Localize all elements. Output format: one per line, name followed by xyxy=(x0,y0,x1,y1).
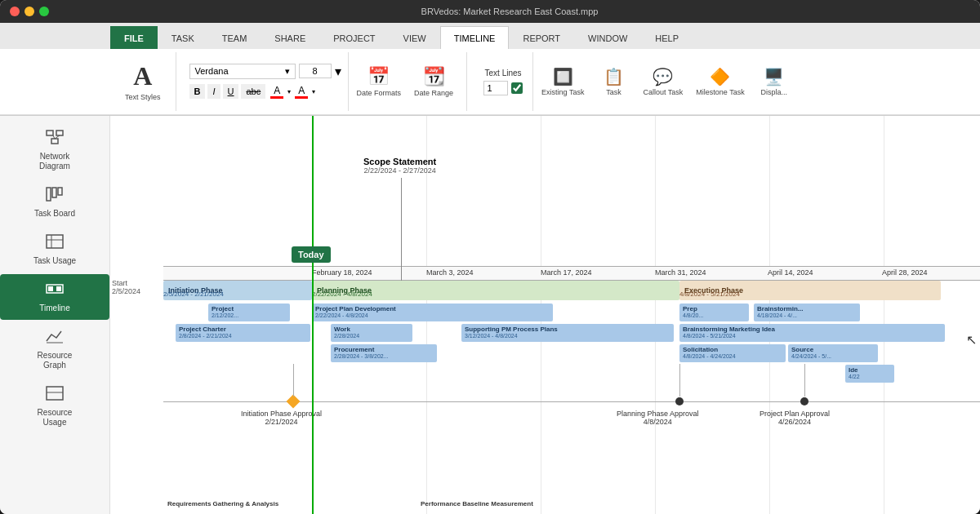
close-button[interactable] xyxy=(10,7,20,16)
task-project-charter-dates: 2/8/2024 - 2/21/2024 xyxy=(179,333,307,339)
tab-team[interactable]: TEAM xyxy=(208,26,261,49)
display-button[interactable]: 🖥️ Displa... xyxy=(753,64,795,100)
sidebar-item-network-diagram[interactable]: NetworkDiagram xyxy=(0,122,109,178)
network-diagram-icon xyxy=(45,129,65,150)
main-layout: NetworkDiagram Task Board Task Usage Tim… xyxy=(0,116,980,514)
gridline-5 xyxy=(884,116,884,514)
task-insert-group: 🔲 Existing Task 📋 Task 💬 Callout Task 🔶 … xyxy=(537,52,804,111)
tab-view[interactable]: VIEW xyxy=(390,26,440,49)
task-source: Source 4/24/2024 - 5/... xyxy=(788,344,878,362)
callout-task-button[interactable]: 💬 Callout Task xyxy=(638,64,688,100)
task-supporting-pm: Supporting PM Process Plans 3/12/2024 - … xyxy=(461,324,674,342)
sidebar-item-resource-usage[interactable]: ResourceUsage xyxy=(0,379,109,434)
task-solicitation: Solicitation 4/8/2024 - 4/24/2024 xyxy=(679,344,786,362)
milestone-task-label: Milestone Task xyxy=(696,88,744,97)
task-brainstorm-mktg-dates: 4/8/2024 - 5/21/2024 xyxy=(683,333,942,339)
milestone-initiation-diamond xyxy=(287,395,301,409)
window-controls xyxy=(10,7,49,16)
task-icon: 📋 xyxy=(604,67,624,86)
tab-report[interactable]: REPORT xyxy=(509,26,574,49)
bold-button[interactable]: B xyxy=(189,84,206,99)
scope-statement-dates: 2/22/2024 - 2/27/2024 xyxy=(363,166,436,175)
sidebar-item-task-board[interactable]: Task Board xyxy=(0,179,109,225)
task-project-charter-name: Project Charter xyxy=(179,326,307,333)
scope-statement-title: Scope Statement xyxy=(363,157,436,166)
milestone-initiation-label: Initiation Phase Approval 2/21/2024 xyxy=(241,410,322,426)
task-project-charter: Project Charter 2/8/2024 - 2/21/2024 xyxy=(176,324,310,342)
task-supporting-pm-dates: 3/12/2024 - 4/8/2024 xyxy=(465,333,670,339)
tab-window[interactable]: WINDOW xyxy=(574,26,641,49)
sidebar-item-resource-graph[interactable]: ResourceGraph xyxy=(0,321,109,377)
text-lines-group: Text Lines xyxy=(474,52,533,111)
tab-timeline[interactable]: TIMELINE xyxy=(440,26,510,49)
task-brainstorming-dates: 4/18/2024 - 4/... xyxy=(757,312,857,318)
timeline-content[interactable]: Today February 18, 2024 March 3, 2024 Ma… xyxy=(110,116,980,514)
svg-rect-1 xyxy=(56,131,63,135)
milestone-plan-approval xyxy=(800,397,808,405)
milestone-plan-approval-label: Project Plan Approval 4/26/2024 xyxy=(760,410,830,426)
sidebar-item-timeline[interactable]: Timeline xyxy=(0,274,109,320)
scope-connector-line xyxy=(401,178,402,281)
font-selector[interactable]: Verdana ▾ xyxy=(189,64,296,79)
tab-file[interactable]: FILE xyxy=(110,26,158,49)
task-prep: Prep 4/8/20... xyxy=(679,304,749,321)
text-color-button[interactable]: A xyxy=(268,83,286,100)
sidebar-item-task-usage-label: Task Usage xyxy=(33,256,76,266)
text-lines-label: Text Lines xyxy=(485,69,522,78)
callout-task-icon: 💬 xyxy=(653,67,673,86)
milestone-task-button[interactable]: 🔶 Milestone Task xyxy=(691,64,749,100)
task-procurement-name: Procurement xyxy=(334,346,434,353)
date-ruler: February 18, 2024 March 3, 2024 March 17… xyxy=(163,266,980,281)
font-group: Verdana ▾ 8 ▾ B I U abc A xyxy=(183,52,349,111)
task-procurement: Procurement 2/28/2024 - 3/8/202... xyxy=(331,344,437,362)
tab-task[interactable]: TASK xyxy=(158,26,208,49)
start-text: Start xyxy=(112,279,140,287)
text-lines-checkbox[interactable] xyxy=(511,82,523,94)
ribbon: FILE TASK TEAM SHARE PROJECT VIEW TIMELI… xyxy=(0,23,980,116)
task-brainstorm-mktg: Brainstorming Marketing Idea 4/8/2024 - … xyxy=(679,324,945,342)
menu-tabs: FILE TASK TEAM SHARE PROJECT VIEW TIMELI… xyxy=(0,23,980,49)
task-board-icon xyxy=(45,186,65,207)
task-supporting-pm-name: Supporting PM Process Plans xyxy=(465,326,670,333)
italic-button[interactable]: I xyxy=(207,84,220,99)
text-styles-button[interactable]: A Text Styles xyxy=(118,58,167,105)
cursor-indicator: ↖ xyxy=(966,332,977,348)
sidebar-item-resource-graph-label: ResourceGraph xyxy=(38,351,73,370)
task-solicitation-dates: 4/8/2024 - 4/24/2024 xyxy=(683,353,782,359)
existing-task-icon: 🔲 xyxy=(553,67,573,86)
task-work: Work 2/28/2024 xyxy=(331,324,412,342)
date-formats-icon: 📅 xyxy=(368,66,390,87)
milestone-plan-approval-circle xyxy=(800,397,808,405)
existing-task-button[interactable]: 🔲 Existing Task xyxy=(537,64,589,100)
app-window: BRVedos: Market Research East Coast.mpp … xyxy=(0,0,980,514)
maximize-button[interactable] xyxy=(39,7,49,16)
callout-task-label: Callout Task xyxy=(643,88,683,97)
sidebar-item-task-usage[interactable]: Task Usage xyxy=(0,227,109,273)
date-range-button[interactable]: 📆 Date Range xyxy=(409,63,458,101)
tab-project[interactable]: PROJECT xyxy=(319,26,389,49)
strikethrough-button[interactable]: abc xyxy=(241,84,265,99)
minimize-button[interactable] xyxy=(24,7,34,16)
execution-phase-dates: 4/8/2024 - 5/21/2024 xyxy=(679,290,740,298)
task-ide: Ide 4/22 xyxy=(845,365,894,383)
today-badge: Today xyxy=(292,246,331,263)
task-button[interactable]: 📋 Task xyxy=(592,64,635,100)
date-formats-button[interactable]: 📅 Date Formats xyxy=(352,63,407,101)
task-project-plan: Project Plan Development 2/22/2024 - 4/8… xyxy=(312,304,553,321)
svg-rect-8 xyxy=(47,235,63,248)
window-title: BRVedos: Market Research East Coast.mpp xyxy=(49,7,970,16)
start-label: Start 2/5/2024 xyxy=(112,279,140,295)
task-project-dates: 2/12/202... xyxy=(212,312,287,318)
task-brainstorming-name: Brainstormin... xyxy=(757,305,857,312)
task-project-name: Project xyxy=(212,305,287,312)
resource-graph-icon xyxy=(45,328,65,349)
underline-button[interactable]: U xyxy=(223,84,239,99)
tab-share[interactable]: SHARE xyxy=(261,26,319,49)
tab-help[interactable]: HELP xyxy=(641,26,693,49)
text-lines-input[interactable] xyxy=(483,81,508,95)
date-label-2: March 17, 2024 xyxy=(541,268,592,277)
font-size-input[interactable]: 8 xyxy=(299,64,332,78)
task-prep-dates: 4/8/20... xyxy=(683,312,746,318)
highlight-color-button[interactable]: A xyxy=(292,83,310,100)
task-project-plan-name: Project Plan Development xyxy=(315,305,550,312)
